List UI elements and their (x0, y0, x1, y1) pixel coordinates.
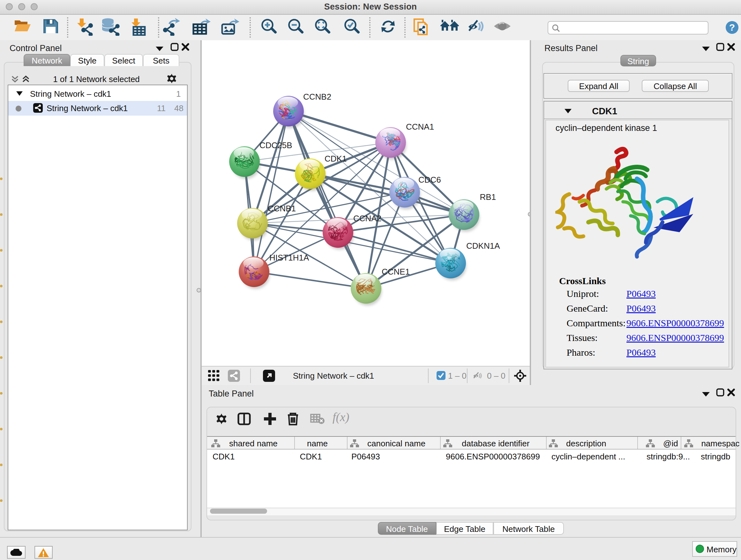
svg-text:CCNB1: CCNB1 (268, 204, 296, 213)
svg-text:HIST1H1A: HIST1H1A (269, 253, 309, 262)
svg-text:CDC25B: CDC25B (259, 140, 292, 150)
svg-text:CDC6: CDC6 (418, 175, 441, 185)
svg-text:CCNA2: CCNA2 (353, 213, 381, 223)
svg-text:RB1: RB1 (480, 192, 496, 202)
svg-text:CCNE1: CCNE1 (382, 267, 410, 276)
svg-text:CDKN1A: CDKN1A (466, 241, 500, 251)
svg-text:CCNB2: CCNB2 (303, 92, 331, 102)
svg-text:?: ? (729, 22, 735, 33)
svg-text:CCNA1: CCNA1 (406, 122, 434, 132)
svg-text:CDK1: CDK1 (325, 154, 347, 164)
